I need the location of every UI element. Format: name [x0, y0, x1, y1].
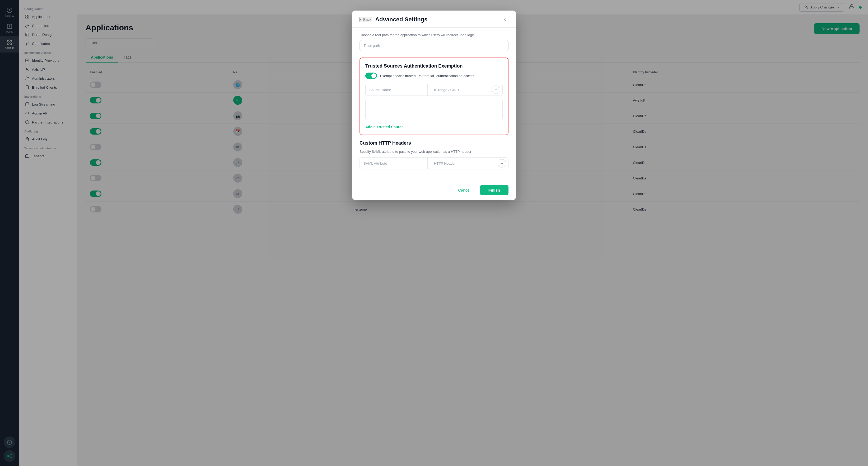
http-headers-section: Custom HTTP Headers Specify SAML attribu… — [360, 140, 508, 169]
cancel-button[interactable]: Cancel — [453, 185, 476, 195]
main-content: Apply Changes Applications New Applicati… — [77, 0, 868, 466]
trusted-sources-title: Trusted Sources Authentication Exemption — [365, 63, 503, 69]
remove-header-button[interactable]: − — [498, 159, 506, 168]
source-name-input[interactable] — [366, 85, 425, 95]
http-header-input[interactable] — [430, 158, 495, 169]
source-divider — [427, 84, 428, 96]
source-input-row: − — [365, 84, 503, 96]
trusted-sources-section: Trusted Sources Authentication Exemption… — [360, 58, 508, 135]
root-path-desc: Choose a root path for the application t… — [360, 33, 508, 37]
saml-attribute-input[interactable] — [360, 158, 425, 169]
modal-back-button[interactable]: < Back — [360, 17, 372, 22]
modal-body: Choose a root path for the application t… — [352, 28, 516, 180]
advanced-settings-modal: < Back Advanced Settings × Choose a root… — [352, 10, 516, 200]
source-empty-area — [365, 99, 503, 120]
modal-title: Advanced Settings — [375, 16, 427, 23]
add-trusted-source-link[interactable]: Add a Trusted Source — [365, 125, 404, 129]
header-divider — [427, 158, 428, 169]
trusted-sources-toggle-row: Exempt specific trusted IPs from IdP aut… — [365, 73, 503, 79]
root-path-input[interactable] — [360, 40, 508, 51]
source-ip-input[interactable] — [430, 85, 490, 95]
remove-source-button[interactable]: − — [492, 86, 500, 94]
modal-overlay: < Back Advanced Settings × Choose a root… — [77, 0, 868, 466]
modal-header: < Back Advanced Settings × — [352, 10, 516, 28]
modal-footer: Cancel Finish — [352, 180, 516, 200]
http-headers-title: Custom HTTP Headers — [360, 140, 508, 146]
finish-button[interactable]: Finish — [480, 185, 508, 195]
trusted-sources-toggle[interactable] — [365, 73, 377, 79]
http-headers-desc: Specify SAML attribute to pass to your w… — [360, 149, 508, 154]
root-path-section: Choose a root path for the application t… — [360, 33, 508, 51]
trusted-sources-toggle-label: Exempt specific trusted IPs from IdP aut… — [380, 74, 474, 78]
modal-close-button[interactable]: × — [501, 16, 508, 23]
header-input-row: − — [360, 157, 508, 169]
